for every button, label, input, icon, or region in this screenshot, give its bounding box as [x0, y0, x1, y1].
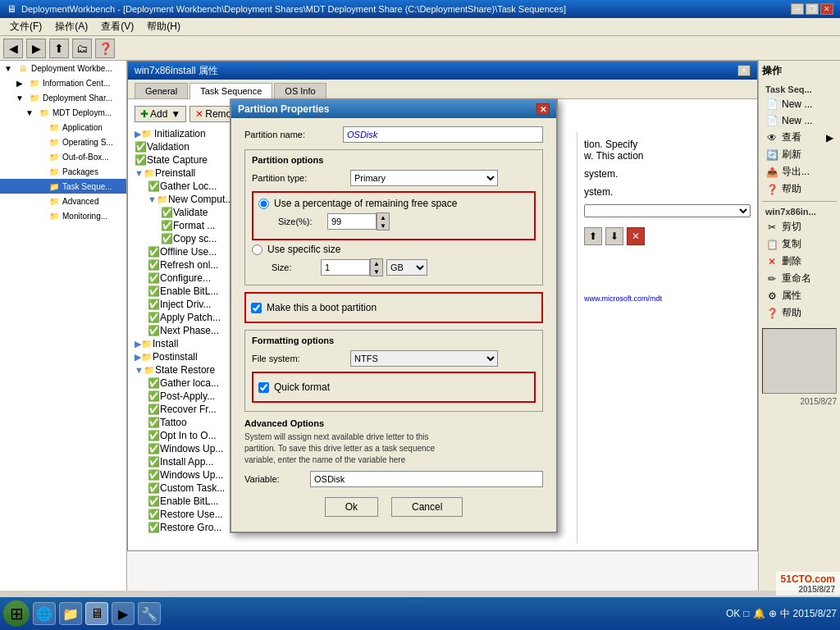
action-export[interactable]: 📤 导出...: [762, 163, 837, 180]
variable-input[interactable]: [310, 471, 543, 487]
advanced-options-title: Advanced Options: [244, 418, 543, 428]
partition-type-select[interactable]: Primary Extended Logical: [350, 170, 498, 186]
add-icon: ✚: [140, 108, 148, 120]
size-input[interactable]: [321, 259, 370, 276]
partition-name-input[interactable]: [343, 126, 543, 143]
win7-close-button[interactable]: ✕: [737, 65, 751, 76]
action-icon-1[interactable]: ⬆: [584, 227, 602, 245]
help2-icon: ❓: [765, 307, 778, 320]
spin-up[interactable]: ▲: [377, 213, 389, 221]
action-export-label: 导出...: [782, 165, 810, 179]
action-delete[interactable]: ✕ 删除: [762, 253, 837, 270]
check-icon-validate: ✅: [161, 207, 173, 218]
action-cut[interactable]: ✂ 剪切: [762, 218, 837, 235]
add-button[interactable]: ✚ Add ▼: [135, 106, 186, 122]
win7-dialog-title: win7x86install 属性 ✕: [128, 62, 757, 80]
dialog-cancel-button[interactable]: Cancel: [391, 497, 463, 517]
start-button[interactable]: ⊞: [3, 600, 30, 627]
boot-partition-checkbox[interactable]: [251, 303, 262, 313]
partition-dialog-close[interactable]: ✕: [536, 103, 550, 115]
toolbar-back[interactable]: ◀: [3, 39, 23, 58]
tree-label-oob: Out-of-Box...: [62, 153, 109, 162]
tab-task-sequence[interactable]: Task Sequence: [189, 83, 272, 99]
radio-percentage-label: Use a percentage of remaining free space: [274, 198, 457, 209]
action-dropdown[interactable]: [584, 204, 751, 217]
toolbar-help[interactable]: ❓: [95, 39, 115, 58]
radio-specific-row: Use specific size: [252, 244, 536, 255]
tree-label-taskseq: Task Seque...: [62, 182, 112, 191]
close-button[interactable]: ✕: [820, 3, 833, 15]
partition-name-row: Partition name:: [244, 126, 543, 143]
file-system-select[interactable]: NTFS FAT32: [350, 350, 498, 367]
action-view[interactable]: 👁 查看 ▶: [762, 129, 837, 146]
taskbar-ie[interactable]: 🌐: [33, 602, 56, 625]
expand-icon11: [33, 209, 46, 222]
size-unit-select[interactable]: GB MB: [386, 259, 427, 276]
tab-general[interactable]: General: [135, 83, 188, 98]
folder-icon-pre: ▼📁: [135, 168, 155, 179]
spin-up2[interactable]: ▲: [371, 259, 382, 267]
check-icon-valid: ✅: [135, 141, 147, 153]
radio-percentage[interactable]: [258, 199, 269, 209]
check-icon-winupd2: ✅: [148, 469, 160, 481]
action-help2[interactable]: ❓ 帮助: [762, 304, 837, 322]
quick-format-checkbox[interactable]: [258, 382, 269, 393]
size-percent-input[interactable]: [327, 213, 377, 230]
ok-button[interactable]: Ok: [325, 497, 378, 517]
tree-item-oob[interactable]: 📁 Out-of-Box...: [0, 149, 126, 164]
toolbar-show-hide[interactable]: 🗂: [72, 39, 92, 58]
tree-item-monitoring[interactable]: 📁 Monitoring...: [0, 208, 126, 223]
right-content-area: tion. Specify w. This action system. yst…: [577, 132, 757, 543]
size-spinner: ▲ ▼: [377, 212, 390, 231]
tree-item-advanced[interactable]: 📁 Advanced: [0, 194, 126, 208]
toolbar-forward[interactable]: ▶: [26, 39, 46, 58]
menu-file[interactable]: 文件(F): [3, 18, 48, 35]
action-rename[interactable]: ✏ 重命名: [762, 270, 837, 287]
action-new1[interactable]: 📄 New ...: [762, 96, 837, 112]
radio-specific[interactable]: [252, 244, 262, 255]
action-icon-3[interactable]: ✕: [627, 227, 645, 245]
action-icon-2[interactable]: ⬇: [605, 227, 623, 245]
taskbar-tools[interactable]: 🔧: [138, 602, 161, 625]
scrollbar-area[interactable]: [762, 328, 837, 394]
folder-icon8: 📁: [48, 165, 61, 178]
menu-help[interactable]: 帮助(H): [140, 18, 187, 35]
tree-item-taskseq[interactable]: 📁 Task Seque...: [0, 179, 126, 194]
menu-action[interactable]: 操作(A): [48, 18, 94, 35]
tree-item-root[interactable]: ▼ 🖥 Deployment Workbe...: [0, 61, 126, 75]
tree-item-infocenter[interactable]: ▶ 📁 Information Cent...: [0, 75, 126, 90]
action-help1[interactable]: ❓ 帮助: [762, 180, 837, 198]
tree-label-mdt: MDT Deploym...: [52, 108, 112, 117]
menu-view[interactable]: 查看(V): [94, 18, 140, 35]
spin-down2[interactable]: ▼: [371, 267, 382, 276]
taskbar-active-app[interactable]: 🖥: [85, 602, 108, 625]
check-icon-enablebit1: ✅: [148, 285, 160, 297]
toolbar-up[interactable]: ⬆: [49, 39, 69, 58]
expand-icon4: ▼: [23, 106, 36, 119]
tree-label-infocenter: Information Cent...: [43, 79, 110, 88]
tree-label-application: Application: [62, 123, 103, 132]
partition-type-row: Partition type: Primary Extended Logical: [252, 170, 536, 186]
restore-button[interactable]: ❐: [806, 3, 819, 15]
tree-item-packages[interactable]: 📁 Packages: [0, 164, 126, 179]
expand-icon5: [33, 121, 46, 134]
action-refresh[interactable]: 🔄 刷新: [762, 146, 837, 163]
action-properties[interactable]: ⚙ 属性: [762, 287, 837, 304]
tab-os-info[interactable]: OS Info: [274, 83, 326, 98]
action-copy[interactable]: 📋 复制: [762, 235, 837, 253]
tree-item-application[interactable]: 📁 Application: [0, 120, 126, 135]
spin-down[interactable]: ▼: [377, 221, 389, 230]
tree-item-mdt[interactable]: ▼ 📁 MDT Deploym...: [0, 105, 126, 120]
partition-dialog-body: Partition name: Partition options Partit…: [231, 118, 556, 532]
tree-item-deployshare[interactable]: ▼ 📁 Deployment Shar...: [0, 90, 126, 105]
cut-icon: ✂: [765, 221, 778, 234]
taskbar-explorer[interactable]: 📁: [59, 602, 82, 625]
minimize-button[interactable]: ─: [791, 3, 804, 15]
check-icon-enablebit2: ✅: [148, 495, 160, 507]
tree-item-os[interactable]: 📁 Operating S...: [0, 135, 126, 149]
folder-icon3: 📁: [28, 91, 41, 104]
expand-icon7: [33, 150, 46, 163]
action-new2[interactable]: 📄 New ...: [762, 112, 837, 129]
taskbar-media[interactable]: ▶: [112, 602, 135, 625]
folder-icon6: 📁: [48, 135, 61, 148]
